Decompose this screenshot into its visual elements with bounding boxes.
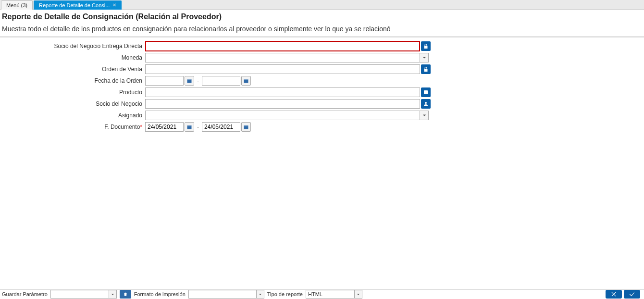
- date-range-separator: -: [195, 124, 201, 130]
- chevron-down-icon[interactable]: [109, 290, 116, 298]
- tab-active-label: Reporte de Detalle de Consi...: [39, 2, 110, 8]
- svg-rect-7: [187, 125, 192, 126]
- fecha-orden-from-input[interactable]: [145, 76, 184, 86]
- calendar-icon[interactable]: [241, 76, 251, 86]
- socio-directa-input[interactable]: [145, 41, 420, 51]
- label-producto: Producto: [0, 89, 145, 96]
- lookup-icon[interactable]: [421, 41, 431, 51]
- form-area: Socio del Negocio Entrega Directa Moneda…: [0, 37, 644, 133]
- tab-menu[interactable]: Menú (3): [1, 0, 33, 10]
- calendar-icon[interactable]: [241, 122, 251, 132]
- label-fecha-orden: Fecha de la Orden: [0, 77, 145, 84]
- socio-negocio-input[interactable]: [145, 99, 420, 109]
- svg-rect-3: [244, 79, 248, 80]
- header-area: Reporte de Detalle de Consignación (Rela…: [0, 10, 644, 37]
- tipo-reporte-select[interactable]: HTML: [306, 290, 362, 299]
- label-guardar-parametro: Guardar Parámetro: [2, 291, 48, 297]
- guardar-parametro-select[interactable]: [50, 290, 117, 299]
- label-f-documento: F. Documento*: [0, 124, 145, 130]
- lookup-icon[interactable]: [421, 64, 431, 74]
- date-range-separator: -: [195, 77, 201, 84]
- page-title: Reporte de Detalle de Consignación (Rela…: [2, 12, 641, 21]
- chevron-down-icon[interactable]: [420, 53, 428, 62]
- footer-bar: Guardar Parámetro Formato de impresión T…: [0, 289, 644, 299]
- label-tipo-reporte: Tipo de reporte: [267, 291, 303, 297]
- calendar-icon[interactable]: [185, 76, 194, 86]
- formato-impresion-select[interactable]: [188, 290, 264, 299]
- product-icon[interactable]: [421, 87, 431, 97]
- required-asterisk: *: [140, 124, 142, 130]
- label-asignado: Asignado: [0, 112, 145, 119]
- moneda-select[interactable]: [145, 53, 429, 62]
- chevron-down-icon[interactable]: [354, 290, 362, 298]
- svg-point-5: [425, 102, 427, 104]
- chevron-down-icon[interactable]: [256, 290, 264, 298]
- fecha-orden-to-input[interactable]: [202, 76, 240, 86]
- label-formato-impresion: Formato de impresión: [134, 291, 186, 297]
- confirm-button[interactable]: [624, 290, 640, 299]
- asignado-select[interactable]: [145, 111, 429, 120]
- chevron-down-icon[interactable]: [420, 111, 428, 120]
- svg-rect-9: [244, 125, 248, 126]
- cancel-button[interactable]: [606, 290, 622, 299]
- f-documento-from-input[interactable]: [145, 122, 184, 132]
- svg-rect-4: [424, 90, 428, 94]
- label-moneda: Moneda: [0, 54, 145, 61]
- svg-rect-1: [187, 79, 192, 80]
- page-description: Muestra todo el detalle de los productos…: [2, 25, 641, 33]
- label-socio-negocio: Socio del Negocio: [0, 100, 145, 107]
- label-orden-venta: Orden de Venta: [0, 66, 145, 73]
- f-documento-to-input[interactable]: [202, 122, 240, 132]
- tab-menu-label: Menú (3): [6, 2, 27, 8]
- delete-button[interactable]: [120, 290, 131, 299]
- calendar-icon[interactable]: [185, 122, 194, 132]
- f-documento-text: F. Documento: [104, 124, 140, 130]
- partner-icon[interactable]: [421, 99, 431, 109]
- producto-input[interactable]: [145, 87, 420, 97]
- tab-report-active[interactable]: Reporte de Detalle de Consi... ✕: [34, 0, 122, 10]
- tipo-reporte-value: HTML: [306, 291, 354, 297]
- label-socio-directa: Socio del Negocio Entrega Directa: [0, 43, 145, 50]
- tab-bar: Menú (3) Reporte de Detalle de Consi... …: [0, 0, 644, 10]
- orden-venta-input[interactable]: [145, 64, 420, 74]
- close-icon[interactable]: ✕: [112, 3, 116, 8]
